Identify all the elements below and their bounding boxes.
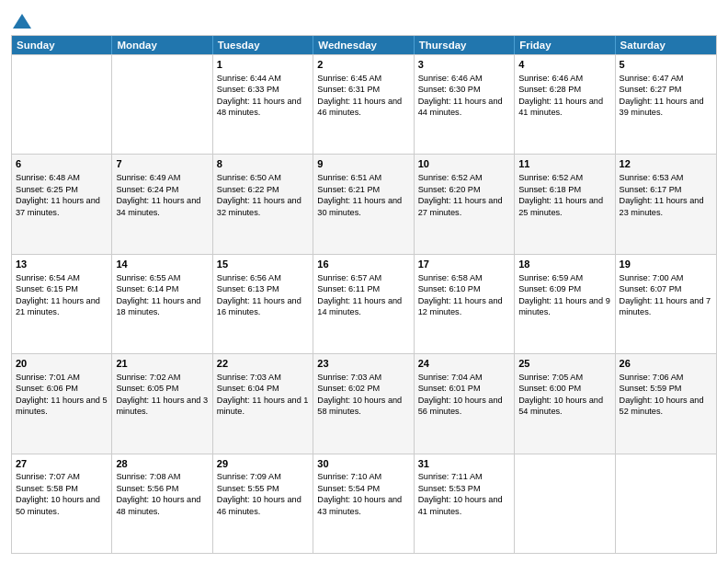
cell-text: Daylight: 11 hours and 46 minutes. <box>317 96 409 119</box>
calendar-cell: 22Sunrise: 7:03 AMSunset: 6:04 PMDayligh… <box>213 354 313 453</box>
calendar-cell: 20Sunrise: 7:01 AMSunset: 6:06 PMDayligh… <box>12 354 112 453</box>
cell-text: Daylight: 11 hours and 41 minutes. <box>518 96 610 119</box>
cell-text: Sunset: 5:58 PM <box>16 483 108 494</box>
cell-text: Sunset: 6:09 PM <box>518 283 610 294</box>
cell-text: Daylight: 11 hours and 30 minutes. <box>317 195 409 218</box>
calendar-cell: 19Sunrise: 7:00 AMSunset: 6:07 PMDayligh… <box>616 255 716 353</box>
day-number: 18 <box>518 258 610 271</box>
day-number: 19 <box>620 258 712 271</box>
calendar-cell: 26Sunrise: 7:06 AMSunset: 5:59 PMDayligh… <box>616 354 716 453</box>
cell-text: Daylight: 11 hours and 1 minute. <box>217 395 309 418</box>
day-number: 10 <box>418 157 510 171</box>
calendar-cell: 15Sunrise: 6:56 AMSunset: 6:13 PMDayligh… <box>213 255 313 353</box>
day-number: 22 <box>217 357 309 371</box>
cell-text: Daylight: 10 hours and 58 minutes. <box>317 395 409 418</box>
header-cell-tuesday: Tuesday <box>213 36 313 54</box>
calendar-header: SundayMondayTuesdayWednesdayThursdayFrid… <box>12 36 716 54</box>
cell-text: Daylight: 11 hours and 16 minutes. <box>217 295 309 318</box>
day-number: 21 <box>116 357 208 371</box>
cell-text: Sunset: 6:05 PM <box>116 383 208 394</box>
day-number: 26 <box>620 357 712 371</box>
calendar-cell: 9Sunrise: 6:51 AMSunset: 6:21 PMDaylight… <box>313 155 414 253</box>
cell-text: Sunrise: 6:58 AM <box>418 272 510 283</box>
calendar-cell: 8Sunrise: 6:50 AMSunset: 6:22 PMDaylight… <box>213 155 313 253</box>
header-cell-wednesday: Wednesday <box>313 36 414 54</box>
cell-text: Sunset: 6:28 PM <box>518 84 610 95</box>
cell-text: Sunset: 5:56 PM <box>116 483 208 494</box>
day-number: 7 <box>116 157 208 171</box>
header-cell-friday: Friday <box>515 36 615 54</box>
week-row-4: 20Sunrise: 7:01 AMSunset: 6:06 PMDayligh… <box>12 353 716 453</box>
cell-text: Daylight: 11 hours and 14 minutes. <box>317 295 409 318</box>
cell-text: Sunrise: 6:49 AM <box>116 172 208 183</box>
calendar-cell <box>12 55 112 154</box>
calendar-cell: 14Sunrise: 6:55 AMSunset: 6:14 PMDayligh… <box>112 255 212 353</box>
cell-text: Sunrise: 6:46 AM <box>418 73 510 84</box>
day-number: 25 <box>518 357 610 371</box>
day-number: 8 <box>217 157 309 171</box>
day-number: 15 <box>217 258 309 271</box>
cell-text: Sunset: 6:33 PM <box>217 84 309 95</box>
calendar-cell: 27Sunrise: 7:07 AMSunset: 5:58 PMDayligh… <box>12 454 112 553</box>
cell-text: Sunrise: 6:59 AM <box>518 272 610 283</box>
day-number: 27 <box>16 457 108 471</box>
calendar-cell: 17Sunrise: 6:58 AMSunset: 6:10 PMDayligh… <box>415 255 515 353</box>
day-number: 5 <box>620 58 712 72</box>
day-number: 12 <box>620 157 712 171</box>
calendar-cell <box>112 55 212 154</box>
header-cell-monday: Monday <box>112 36 212 54</box>
calendar-cell: 1Sunrise: 6:44 AMSunset: 6:33 PMDaylight… <box>213 55 313 154</box>
calendar-cell: 16Sunrise: 6:57 AMSunset: 6:11 PMDayligh… <box>313 255 414 353</box>
cell-text: Sunrise: 6:52 AM <box>518 172 610 183</box>
calendar-cell: 4Sunrise: 6:46 AMSunset: 6:28 PMDaylight… <box>515 55 615 154</box>
cell-text: Sunrise: 6:53 AM <box>620 172 712 183</box>
cell-text: Sunset: 6:06 PM <box>16 383 108 394</box>
cell-text: Sunset: 6:24 PM <box>116 184 208 195</box>
cell-text: Sunset: 6:11 PM <box>317 283 409 294</box>
calendar-cell: 21Sunrise: 7:02 AMSunset: 6:05 PMDayligh… <box>112 354 212 453</box>
calendar-cell: 5Sunrise: 6:47 AMSunset: 6:27 PMDaylight… <box>616 55 716 154</box>
day-number: 2 <box>317 58 409 72</box>
calendar-cell: 2Sunrise: 6:45 AMSunset: 6:31 PMDaylight… <box>313 55 414 154</box>
cell-text: Sunrise: 7:03 AM <box>217 372 309 383</box>
day-number: 17 <box>418 258 510 271</box>
cell-text: Sunset: 6:21 PM <box>317 184 409 195</box>
calendar: SundayMondayTuesdayWednesdayThursdayFrid… <box>11 35 717 554</box>
cell-text: Daylight: 11 hours and 7 minutes. <box>620 295 712 318</box>
cell-text: Sunset: 6:30 PM <box>418 84 510 95</box>
cell-text: Daylight: 11 hours and 3 minutes. <box>116 395 208 418</box>
week-row-3: 13Sunrise: 6:54 AMSunset: 6:15 PMDayligh… <box>12 254 716 353</box>
calendar-body: 1Sunrise: 6:44 AMSunset: 6:33 PMDaylight… <box>12 54 716 553</box>
header <box>11 9 717 29</box>
cell-text: Sunset: 6:00 PM <box>518 383 610 394</box>
cell-text: Daylight: 11 hours and 9 minutes. <box>518 295 610 318</box>
calendar-cell: 18Sunrise: 6:59 AMSunset: 6:09 PMDayligh… <box>515 255 615 353</box>
cell-text: Sunrise: 7:11 AM <box>418 471 510 482</box>
cell-text: Daylight: 11 hours and 32 minutes. <box>217 195 309 218</box>
cell-text: Daylight: 11 hours and 21 minutes. <box>16 295 108 318</box>
cell-text: Sunset: 6:18 PM <box>518 184 610 195</box>
cell-text: Sunrise: 7:09 AM <box>217 471 309 482</box>
cell-text: Daylight: 11 hours and 12 minutes. <box>418 295 510 318</box>
cell-text: Daylight: 11 hours and 23 minutes. <box>620 195 712 218</box>
cell-text: Sunset: 6:15 PM <box>16 283 108 294</box>
day-number: 9 <box>317 157 409 171</box>
day-number: 13 <box>16 258 108 271</box>
cell-text: Sunset: 5:53 PM <box>418 483 510 494</box>
cell-text: Sunset: 5:55 PM <box>217 483 309 494</box>
cell-text: Sunrise: 6:52 AM <box>418 172 510 183</box>
cell-text: Daylight: 10 hours and 52 minutes. <box>620 395 712 418</box>
cell-text: Daylight: 10 hours and 46 minutes. <box>217 494 309 517</box>
cell-text: Sunrise: 6:48 AM <box>16 172 108 183</box>
cell-text: Sunrise: 6:45 AM <box>317 73 409 84</box>
logo <box>11 9 31 29</box>
calendar-cell: 13Sunrise: 6:54 AMSunset: 6:15 PMDayligh… <box>12 255 112 353</box>
cell-text: Daylight: 11 hours and 48 minutes. <box>217 96 309 119</box>
day-number: 3 <box>418 58 510 72</box>
logo-general <box>11 9 31 29</box>
cell-text: Sunset: 6:31 PM <box>317 84 409 95</box>
cell-text: Daylight: 11 hours and 27 minutes. <box>418 195 510 218</box>
cell-text: Sunset: 5:59 PM <box>620 383 712 394</box>
page: SundayMondayTuesdayWednesdayThursdayFrid… <box>0 0 728 563</box>
cell-text: Daylight: 11 hours and 39 minutes. <box>620 96 712 119</box>
